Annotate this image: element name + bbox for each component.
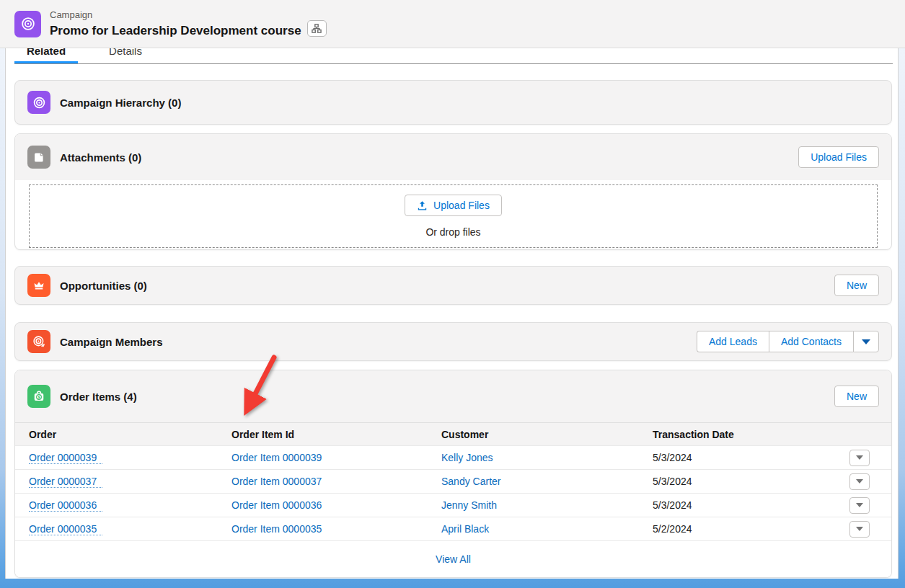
order-items-card: $ Order Items (4) New Order Order Item I… <box>14 370 892 578</box>
order-link[interactable]: Order 0000037 <box>29 476 102 488</box>
table-row: Order 0000039Order Item 0000039Kelly Jon… <box>15 445 891 469</box>
opportunities-title[interactable]: Opportunities (0) <box>60 280 147 292</box>
dropzone-upload-label: Upload Files <box>433 200 490 211</box>
drop-files-hint: Or drop files <box>425 226 480 238</box>
dropzone-upload-files-button[interactable]: Upload Files <box>405 195 502 216</box>
table-row: Order 0000035Order Item 0000035April Bla… <box>15 517 891 540</box>
row-actions-cell <box>849 521 891 538</box>
attachments-title[interactable]: Attachments (0) <box>60 151 141 164</box>
chevron-down-icon <box>862 339 870 344</box>
hierarchy-icon <box>312 24 322 33</box>
campaign-entity-icon <box>14 11 41 37</box>
row-actions-button[interactable] <box>849 450 870 466</box>
record-page-header: Campaign Promo for Leadership Developmen… <box>0 0 905 48</box>
campaign-members-card: Campaign Members Add Leads Add Contacts <box>14 322 892 361</box>
tab-details-label: Details <box>92 48 159 58</box>
customer-link[interactable]: Kelly Jones <box>441 452 499 463</box>
order-items-icon: $ <box>27 385 50 408</box>
entity-label: Campaign <box>50 9 327 20</box>
order-items-title[interactable]: Order Items (4) <box>60 391 137 403</box>
transaction-date: 5/3/2024 <box>653 476 849 487</box>
related-tab-panel: Related Details Campaign Hierarchy (0) A… <box>5 48 899 579</box>
view-campaign-hierarchy-button[interactable] <box>307 20 327 37</box>
table-row: Order 0000037Order Item 0000037Sandy Car… <box>15 469 891 493</box>
order-item-link[interactable]: Order Item 0000035 <box>231 523 327 535</box>
tab-related-label: Related <box>14 48 78 58</box>
order-items-rows: Order 0000039Order Item 0000039Kelly Jon… <box>15 445 891 540</box>
order-item-link[interactable]: Order Item 0000039 <box>231 452 327 463</box>
column-header-order[interactable]: Order <box>29 429 231 440</box>
chevron-down-icon <box>856 455 863 460</box>
row-actions-cell <box>849 450 891 466</box>
order-item-link[interactable]: Order Item 0000036 <box>231 499 327 511</box>
page-title: Promo for Leadership Development course <box>50 23 301 38</box>
order-link[interactable]: Order 0000036 <box>29 499 102 512</box>
opportunities-icon <box>27 274 50 297</box>
tab-related[interactable]: Related <box>14 48 78 64</box>
bullseye-icon <box>19 15 37 32</box>
table-row: Order 0000036Order Item 0000036Jenny Smi… <box>15 493 891 517</box>
view-all-link[interactable]: View All <box>436 553 471 565</box>
row-actions-button[interactable] <box>849 473 870 490</box>
transaction-date: 5/2/2024 <box>653 523 849 535</box>
attachments-icon <box>27 146 50 169</box>
row-actions-button[interactable] <box>849 521 870 538</box>
chevron-down-icon <box>856 479 863 484</box>
attachments-card: Attachments (0) Upload Files Upload File… <box>14 133 892 250</box>
customer-link[interactable]: Jenny Smith <box>441 499 503 511</box>
view-all-row: View All <box>15 540 891 577</box>
chevron-down-icon <box>856 503 863 507</box>
row-actions-button[interactable] <box>849 497 870 514</box>
order-link[interactable]: Order 0000035 <box>29 523 102 535</box>
column-header-order-item-id[interactable]: Order Item Id <box>231 429 441 440</box>
upload-files-button[interactable]: Upload Files <box>798 146 879 168</box>
column-header-customer[interactable]: Customer <box>441 429 653 440</box>
record-tabs: Related Details <box>14 48 893 64</box>
campaign-hierarchy-icon <box>27 91 50 114</box>
transaction-date: 5/3/2024 <box>653 452 849 463</box>
campaign-members-title[interactable]: Campaign Members <box>60 336 163 348</box>
campaign-members-icon <box>27 330 50 353</box>
row-actions-cell <box>849 473 891 490</box>
order-link[interactable]: Order 0000039 <box>29 452 102 464</box>
add-contacts-button[interactable]: Add Contacts <box>769 331 853 352</box>
chevron-down-icon <box>856 527 863 531</box>
opportunities-card: Opportunities (0) New <box>14 266 892 305</box>
tab-details[interactable]: Details <box>92 48 159 64</box>
row-actions-cell <box>849 497 891 514</box>
column-header-transaction-date[interactable]: Transaction Date <box>653 429 849 440</box>
order-items-table-header: Order Order Item Id Customer Transaction… <box>15 422 891 445</box>
campaign-hierarchy-title[interactable]: Campaign Hierarchy (0) <box>60 97 181 109</box>
order-item-link[interactable]: Order Item 0000037 <box>231 476 327 487</box>
new-opportunity-button[interactable]: New <box>834 275 879 296</box>
upload-icon <box>417 200 428 211</box>
file-dropzone[interactable]: Upload Files Or drop files <box>29 184 878 248</box>
new-order-item-button[interactable]: New <box>834 386 879 407</box>
campaign-members-more-actions-button[interactable] <box>853 331 879 352</box>
svg-text:$: $ <box>37 395 40 399</box>
campaign-hierarchy-card: Campaign Hierarchy (0) <box>14 80 892 125</box>
add-leads-button[interactable]: Add Leads <box>697 331 769 352</box>
transaction-date: 5/3/2024 <box>653 499 849 511</box>
customer-link[interactable]: April Black <box>441 523 495 535</box>
customer-link[interactable]: Sandy Carter <box>441 476 506 487</box>
